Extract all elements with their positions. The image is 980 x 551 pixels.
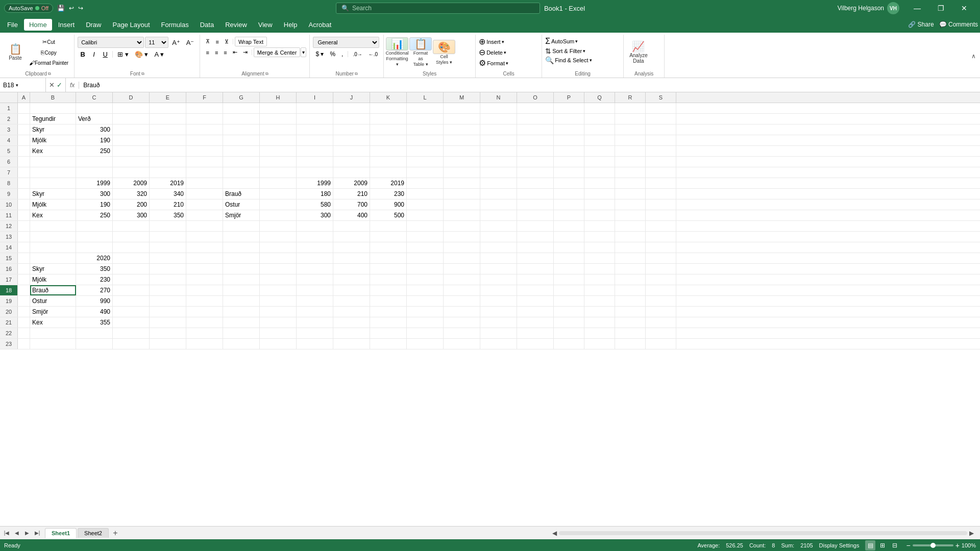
cell-s2[interactable] (646, 114, 676, 124)
cell-j14[interactable] (333, 242, 370, 253)
cell-q17[interactable] (584, 274, 615, 285)
cell-g13[interactable] (223, 232, 260, 242)
cell-k12[interactable] (370, 221, 407, 231)
cell-a12[interactable] (18, 221, 30, 231)
cell-f2[interactable] (186, 114, 223, 124)
cell-l15[interactable] (407, 253, 444, 263)
cell-b23[interactable] (30, 339, 76, 349)
cell-i10[interactable]: 580 (297, 199, 333, 210)
cell-e6[interactable] (150, 157, 186, 167)
confirm-button[interactable]: ✓ (57, 81, 62, 89)
cell-q10[interactable] (584, 199, 615, 210)
cell-d11[interactable]: 300 (113, 210, 150, 220)
cell-s12[interactable] (646, 221, 676, 231)
cell-a16[interactable] (18, 264, 30, 274)
format-as-table-button[interactable]: 📋 Format asTable ▾ (410, 40, 431, 65)
cell-i13[interactable] (297, 232, 333, 242)
cell-a15[interactable] (18, 253, 30, 263)
cell-m23[interactable] (444, 339, 480, 349)
cell-c9[interactable]: 300 (76, 189, 113, 199)
cell-o10[interactable] (517, 199, 554, 210)
cell-a20[interactable] (18, 307, 30, 317)
cell-f23[interactable] (186, 339, 223, 349)
add-sheet-button[interactable]: + (110, 528, 121, 539)
cell-r7[interactable] (615, 167, 646, 178)
cell-q6[interactable] (584, 157, 615, 167)
cell-b8[interactable] (30, 178, 76, 188)
cell-r8[interactable] (615, 178, 646, 188)
cell-g20[interactable] (223, 307, 260, 317)
cell-g9[interactable]: Brauð (223, 189, 260, 199)
clipboard-expand-icon[interactable]: ⧉ (48, 71, 51, 77)
cell-f16[interactable] (186, 264, 223, 274)
cell-h16[interactable] (260, 264, 297, 274)
cell-h11[interactable] (260, 210, 297, 220)
cell-j13[interactable] (333, 232, 370, 242)
cell-m8[interactable] (444, 178, 480, 188)
menu-view[interactable]: View (253, 19, 278, 31)
format-dropdown[interactable]: ▾ (506, 61, 508, 66)
cell-l19[interactable] (407, 296, 444, 306)
cell-g5[interactable] (223, 146, 260, 156)
merge-center-dropdown[interactable]: ▾ (301, 47, 306, 57)
cell-p19[interactable] (554, 296, 584, 306)
cell-m11[interactable] (444, 210, 480, 220)
cell-q7[interactable] (584, 167, 615, 178)
format-button[interactable]: Format (487, 60, 505, 66)
cell-h10[interactable] (260, 199, 297, 210)
cell-l16[interactable] (407, 264, 444, 274)
cell-b22[interactable] (30, 328, 76, 338)
cell-s18[interactable] (646, 285, 676, 295)
cell-q8[interactable] (584, 178, 615, 188)
cell-p6[interactable] (554, 157, 584, 167)
cell-o2[interactable] (517, 114, 554, 124)
cell-s1[interactable] (646, 103, 676, 113)
cell-i22[interactable] (297, 328, 333, 338)
analyze-data-button[interactable]: 📈 AnalyzeData (627, 40, 650, 65)
cell-b10[interactable]: Mjólk (30, 199, 76, 210)
cell-i4[interactable] (297, 135, 333, 145)
cell-h22[interactable] (260, 328, 297, 338)
align-left-button[interactable]: ≡ (203, 47, 211, 57)
cell-i12[interactable] (297, 221, 333, 231)
cell-d3[interactable] (113, 124, 150, 135)
cell-r3[interactable] (615, 124, 646, 135)
cell-l10[interactable] (407, 199, 444, 210)
cell-c6[interactable] (76, 157, 113, 167)
cell-n1[interactable] (480, 103, 517, 113)
cell-b7[interactable] (30, 167, 76, 178)
cell-i15[interactable] (297, 253, 333, 263)
zoom-out-button[interactable]: − (906, 541, 910, 549)
align-middle-button[interactable]: ≡ (213, 37, 221, 46)
cell-l20[interactable] (407, 307, 444, 317)
cell-s22[interactable] (646, 328, 676, 338)
cell-a13[interactable] (18, 232, 30, 242)
cell-f18[interactable] (186, 285, 223, 295)
cell-o20[interactable] (517, 307, 554, 317)
menu-help[interactable]: Help (279, 19, 303, 31)
cell-g10[interactable]: Ostur (223, 199, 260, 210)
cell-c7[interactable] (76, 167, 113, 178)
cell-g15[interactable] (223, 253, 260, 263)
cell-m17[interactable] (444, 274, 480, 285)
cell-p3[interactable] (554, 124, 584, 135)
cell-g18[interactable] (223, 285, 260, 295)
decrease-indent-button[interactable]: ⇤ (230, 47, 240, 57)
col-header-m[interactable]: M (444, 92, 480, 103)
sort-filter-button[interactable]: Sort & Filter (552, 48, 582, 54)
cell-d20[interactable] (113, 307, 150, 317)
cell-o13[interactable] (517, 232, 554, 242)
cell-j23[interactable] (333, 339, 370, 349)
cell-e12[interactable] (150, 221, 186, 231)
cell-o1[interactable] (517, 103, 554, 113)
cell-r1[interactable] (615, 103, 646, 113)
cell-k23[interactable] (370, 339, 407, 349)
cell-a5[interactable] (18, 146, 30, 156)
cell-n13[interactable] (480, 232, 517, 242)
cell-p5[interactable] (554, 146, 584, 156)
cell-m14[interactable] (444, 242, 480, 253)
find-select-dropdown[interactable]: ▾ (590, 58, 592, 63)
cell-a19[interactable] (18, 296, 30, 306)
col-header-q[interactable]: Q (584, 92, 615, 103)
cell-g19[interactable] (223, 296, 260, 306)
